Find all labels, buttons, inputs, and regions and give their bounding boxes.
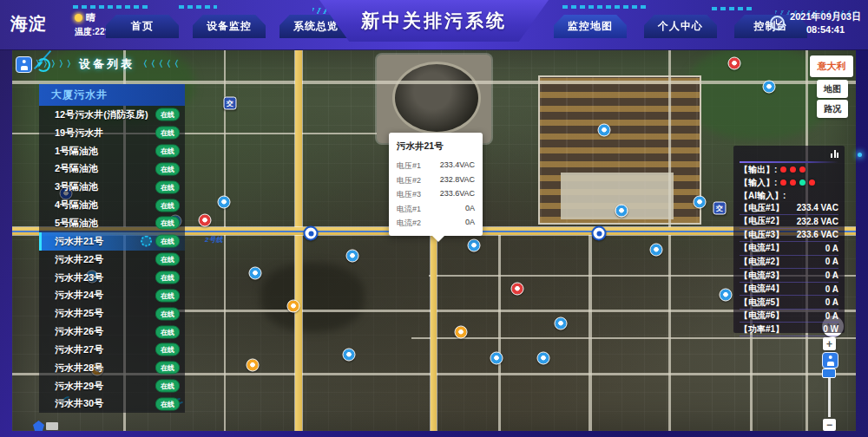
list-item[interactable]: 污水井30号在线 bbox=[39, 395, 185, 414]
popup-row-value: 0A bbox=[465, 204, 475, 215]
status-row: 【电流#6】0 A bbox=[740, 310, 838, 323]
jiao-marker[interactable]: 交 bbox=[713, 202, 727, 215]
status-dot bbox=[790, 166, 796, 173]
status-dot bbox=[799, 166, 806, 173]
list-item[interactable]: 污水井24号在线 bbox=[39, 286, 185, 304]
popup-row-label: 电压#2 bbox=[397, 175, 421, 186]
device-label: 19号污水井 bbox=[55, 127, 103, 140]
list-item[interactable]: 污水井29号在线 bbox=[39, 377, 185, 395]
blue-marker[interactable] bbox=[537, 352, 550, 365]
orange-marker[interactable] bbox=[247, 359, 260, 372]
dome-building bbox=[392, 62, 481, 134]
status-badge: 在线 bbox=[155, 199, 180, 212]
refresh-icon[interactable] bbox=[36, 58, 50, 72]
device-label: 5号隔油池 bbox=[55, 217, 98, 230]
major-road bbox=[295, 49, 302, 431]
metro-marker[interactable] bbox=[592, 226, 607, 241]
device-label: 1号隔油池 bbox=[55, 145, 98, 158]
status-row-value: 0 W bbox=[823, 324, 838, 334]
list-item[interactable]: 污水井28号在线 bbox=[39, 359, 185, 377]
blue-marker[interactable] bbox=[249, 267, 262, 280]
nav-right-button-1[interactable]: 个人中心 bbox=[644, 15, 717, 38]
popup-row-value: 0A bbox=[465, 218, 475, 229]
device-label: 污水井26号 bbox=[55, 325, 103, 338]
orange-marker[interactable] bbox=[287, 300, 300, 313]
list-item[interactable]: 4号隔油池在线 bbox=[39, 196, 185, 214]
status-row-label: 【电流#4】 bbox=[740, 283, 784, 295]
status-row: 【电压#1】233.4 VAC bbox=[740, 202, 838, 216]
status-dot bbox=[799, 179, 806, 186]
blue-marker[interactable] bbox=[468, 239, 481, 252]
blue-marker[interactable] bbox=[218, 196, 231, 209]
zoom-out-button[interactable]: − bbox=[823, 419, 836, 431]
blue-marker[interactable] bbox=[615, 205, 628, 218]
blue-marker[interactable] bbox=[598, 124, 611, 137]
list-item[interactable]: 污水井26号在线 bbox=[39, 323, 185, 341]
list-item[interactable]: 污水井22号在线 bbox=[39, 251, 185, 269]
status-dot bbox=[780, 166, 786, 173]
status-row-value: 0 A bbox=[825, 284, 838, 294]
nav-left-button-0[interactable]: 首页 bbox=[106, 15, 179, 38]
blue-marker[interactable] bbox=[343, 349, 356, 362]
red-marker[interactable] bbox=[728, 57, 741, 70]
date-label: 2021年09月03日 bbox=[790, 10, 861, 23]
road bbox=[668, 49, 671, 431]
device-group-header[interactable]: 大厦污水井 bbox=[39, 84, 185, 106]
device-label: 污水井24号 bbox=[55, 289, 103, 302]
status-row: 【电压#2】232.8 VAC bbox=[740, 215, 838, 229]
status-badge: 在线 bbox=[155, 289, 180, 302]
layer-control-top[interactable]: 意大利 bbox=[810, 55, 853, 77]
metro-marker[interactable] bbox=[304, 226, 319, 241]
layer-control-map[interactable]: 地图 bbox=[817, 80, 848, 98]
decor-dashes bbox=[179, 5, 217, 9]
list-item[interactable]: 19号污水井在线 bbox=[39, 124, 185, 142]
list-item[interactable]: 1号隔油池在线 bbox=[39, 142, 185, 160]
status-row-value: 0 A bbox=[825, 311, 838, 321]
nav-right-button-0[interactable]: 监控地图 bbox=[554, 15, 627, 38]
list-item[interactable]: 污水井23号在线 bbox=[39, 269, 185, 287]
blue-marker[interactable] bbox=[555, 317, 568, 330]
popup-row: 电流#10A bbox=[397, 204, 475, 215]
red-marker[interactable] bbox=[199, 214, 212, 227]
blue-marker[interactable] bbox=[763, 81, 776, 94]
device-list-title-text: 设备列表 bbox=[79, 56, 135, 72]
orange-marker[interactable] bbox=[455, 326, 468, 339]
red-marker[interactable] bbox=[511, 283, 524, 296]
ai-input-label: 【AI输入】: bbox=[740, 190, 786, 202]
status-row-value: 0 A bbox=[825, 297, 838, 307]
list-item[interactable]: 污水井25号在线 bbox=[39, 304, 185, 323]
status-badge: 在线 bbox=[155, 217, 180, 230]
arrows-left-icon: 〈〈〈〈〈 bbox=[139, 58, 178, 70]
list-item[interactable]: 5号隔油池在线 bbox=[39, 214, 185, 232]
list-item[interactable]: 2号隔油池在线 bbox=[39, 160, 185, 179]
status-row: 【电流#2】0 A bbox=[740, 256, 838, 270]
blue-marker[interactable] bbox=[490, 352, 503, 365]
zoom-slider-handle[interactable] bbox=[822, 369, 836, 378]
map-canvas[interactable]: 2号线 交交 〉〉〉〉〉 设备列表 〈〈〈〈〈 大厦污水井 12号污水井(消防泵… bbox=[12, 49, 856, 431]
status-badge: 在线 bbox=[155, 127, 180, 140]
layer-control-traffic[interactable]: 路况 bbox=[817, 100, 848, 118]
blue-marker[interactable] bbox=[694, 196, 707, 209]
list-item[interactable]: 3号隔油池在线 bbox=[39, 178, 185, 196]
list-item[interactable]: 12号污水井(消防泵房)在线 bbox=[39, 106, 185, 124]
blue-marker[interactable] bbox=[346, 250, 359, 263]
popup-row: 电压#3233.6VAC bbox=[397, 189, 475, 200]
status-row-label: 【电流#6】 bbox=[740, 310, 784, 322]
blue-marker[interactable] bbox=[720, 289, 733, 302]
list-item[interactable]: 污水井21号在线 bbox=[39, 232, 185, 251]
status-row: 【电流#3】0 A bbox=[740, 269, 838, 283]
bar-chart-icon[interactable] bbox=[831, 150, 838, 158]
blue-marker[interactable] bbox=[650, 244, 663, 257]
jiao-marker[interactable]: 交 bbox=[224, 97, 237, 110]
road bbox=[498, 235, 501, 431]
input-indicators bbox=[780, 179, 815, 186]
map-logo bbox=[33, 421, 59, 431]
panorama-icon[interactable] bbox=[822, 352, 838, 369]
nav-left-button-1[interactable]: 设备监控 bbox=[193, 15, 266, 38]
list-item[interactable]: 污水井27号在线 bbox=[39, 341, 185, 359]
status-dot bbox=[809, 179, 815, 186]
zoom-in-button[interactable]: + bbox=[823, 337, 836, 350]
panorama-icon[interactable] bbox=[16, 56, 32, 73]
gear-icon[interactable] bbox=[141, 236, 152, 247]
status-row: 【功率#1】0 W bbox=[740, 323, 838, 336]
